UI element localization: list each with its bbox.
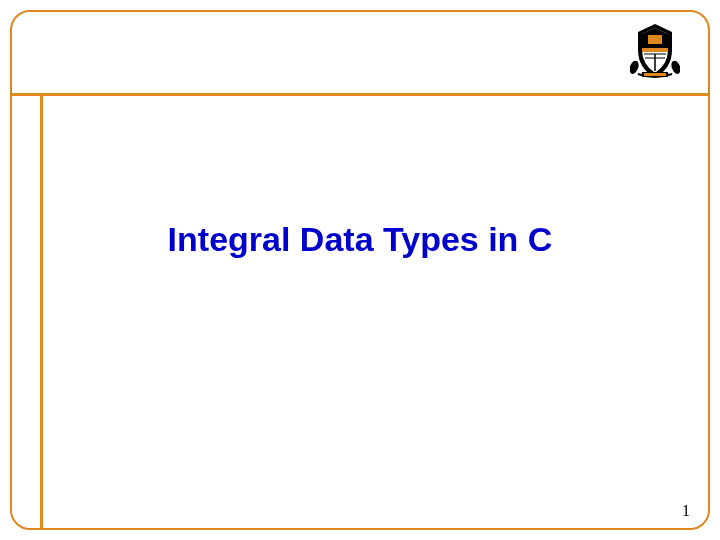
svg-rect-0 — [648, 35, 662, 44]
left-vertical-divider — [40, 93, 43, 530]
slide-outer-frame — [10, 10, 710, 530]
page-number: 1 — [682, 502, 690, 520]
princeton-logo — [620, 18, 690, 88]
svg-rect-2 — [644, 73, 666, 76]
shield-icon — [620, 18, 690, 88]
header-divider — [10, 93, 710, 96]
slide-title: Integral Data Types in C — [0, 220, 720, 259]
